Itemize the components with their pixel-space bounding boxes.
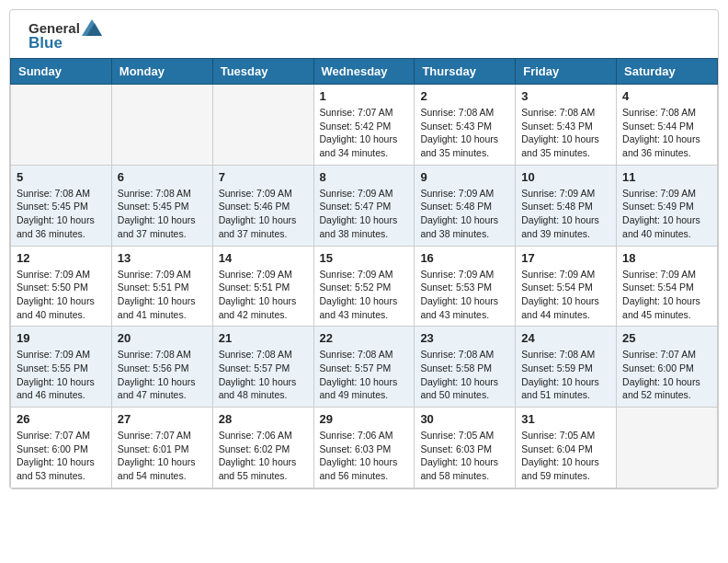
day-number: 13 xyxy=(118,251,207,265)
day-cell-8: 8Sunrise: 7:09 AMSunset: 5:47 PMDaylight… xyxy=(313,165,415,246)
day-info: Sunrise: 7:09 AMSunset: 5:53 PMDaylight:… xyxy=(420,268,509,322)
weekday-header-sunday: Sunday xyxy=(11,59,112,85)
day-cell-6: 6Sunrise: 7:08 AMSunset: 5:45 PMDaylight… xyxy=(111,165,212,246)
day-number: 8 xyxy=(320,170,409,184)
logo-blue-text: Blue xyxy=(28,34,63,52)
weekday-header-row: SundayMondayTuesdayWednesdayThursdayFrid… xyxy=(11,59,718,85)
day-number: 5 xyxy=(17,170,106,184)
day-cell-26: 26Sunrise: 7:07 AMSunset: 6:00 PMDayligh… xyxy=(11,408,112,488)
weekday-header-wednesday: Wednesday xyxy=(313,59,415,85)
day-info: Sunrise: 7:05 AMSunset: 6:04 PMDaylight:… xyxy=(521,429,610,483)
day-number: 28 xyxy=(219,412,308,426)
empty-cell xyxy=(617,408,718,488)
calendar-table: SundayMondayTuesdayWednesdayThursdayFrid… xyxy=(10,58,718,488)
day-info: Sunrise: 7:09 AMSunset: 5:54 PMDaylight:… xyxy=(521,268,610,322)
day-info: Sunrise: 7:08 AMSunset: 5:44 PMDaylight:… xyxy=(622,106,711,160)
day-cell-20: 20Sunrise: 7:08 AMSunset: 5:56 PMDayligh… xyxy=(111,327,212,408)
day-info: Sunrise: 7:07 AMSunset: 6:00 PMDaylight:… xyxy=(17,429,106,483)
day-cell-10: 10Sunrise: 7:09 AMSunset: 5:48 PMDayligh… xyxy=(516,165,617,246)
day-cell-12: 12Sunrise: 7:09 AMSunset: 5:50 PMDayligh… xyxy=(11,246,112,327)
logo-general-text: General xyxy=(28,20,80,36)
day-info: Sunrise: 7:08 AMSunset: 5:57 PMDaylight:… xyxy=(320,348,409,402)
header: General Blue xyxy=(10,10,718,58)
day-info: Sunrise: 7:09 AMSunset: 5:48 PMDaylight:… xyxy=(420,187,509,241)
day-number: 2 xyxy=(420,89,509,103)
weekday-header-monday: Monday xyxy=(111,59,212,85)
day-cell-14: 14Sunrise: 7:09 AMSunset: 5:51 PMDayligh… xyxy=(212,246,313,327)
day-info: Sunrise: 7:05 AMSunset: 6:03 PMDaylight:… xyxy=(420,429,509,483)
day-number: 18 xyxy=(622,251,711,265)
day-cell-16: 16Sunrise: 7:09 AMSunset: 5:53 PMDayligh… xyxy=(415,246,516,327)
day-cell-30: 30Sunrise: 7:05 AMSunset: 6:03 PMDayligh… xyxy=(415,408,516,488)
day-cell-11: 11Sunrise: 7:09 AMSunset: 5:49 PMDayligh… xyxy=(617,165,718,246)
day-info: Sunrise: 7:08 AMSunset: 5:45 PMDaylight:… xyxy=(118,187,207,241)
weekday-header-friday: Friday xyxy=(516,59,617,85)
day-info: Sunrise: 7:08 AMSunset: 5:43 PMDaylight:… xyxy=(420,106,509,160)
weekday-header-saturday: Saturday xyxy=(617,59,718,85)
day-info: Sunrise: 7:09 AMSunset: 5:49 PMDaylight:… xyxy=(622,187,711,241)
day-number: 17 xyxy=(521,251,610,265)
day-cell-4: 4Sunrise: 7:08 AMSunset: 5:44 PMDaylight… xyxy=(617,85,718,166)
day-number: 19 xyxy=(17,331,106,345)
day-info: Sunrise: 7:08 AMSunset: 5:45 PMDaylight:… xyxy=(17,187,106,241)
week-row-2: 5Sunrise: 7:08 AMSunset: 5:45 PMDaylight… xyxy=(11,165,718,246)
day-number: 12 xyxy=(17,251,106,265)
day-info: Sunrise: 7:09 AMSunset: 5:55 PMDaylight:… xyxy=(17,348,106,402)
day-number: 31 xyxy=(521,412,610,426)
logo: General Blue xyxy=(28,19,102,52)
day-info: Sunrise: 7:08 AMSunset: 5:58 PMDaylight:… xyxy=(420,348,509,402)
day-info: Sunrise: 7:09 AMSunset: 5:54 PMDaylight:… xyxy=(622,268,711,322)
day-info: Sunrise: 7:07 AMSunset: 6:00 PMDaylight:… xyxy=(622,348,711,402)
day-number: 29 xyxy=(320,412,409,426)
day-number: 27 xyxy=(118,412,207,426)
day-info: Sunrise: 7:09 AMSunset: 5:51 PMDaylight:… xyxy=(118,268,207,322)
day-cell-21: 21Sunrise: 7:08 AMSunset: 5:57 PMDayligh… xyxy=(212,327,313,408)
week-row-1: 1Sunrise: 7:07 AMSunset: 5:42 PMDaylight… xyxy=(11,85,718,166)
calendar-container: General Blue SundayMondayTuesdayWednesda… xyxy=(9,9,719,489)
week-row-4: 19Sunrise: 7:09 AMSunset: 5:55 PMDayligh… xyxy=(11,327,718,408)
day-number: 10 xyxy=(521,170,610,184)
day-number: 14 xyxy=(219,251,308,265)
empty-cell xyxy=(11,85,112,166)
day-number: 4 xyxy=(622,89,711,103)
day-cell-13: 13Sunrise: 7:09 AMSunset: 5:51 PMDayligh… xyxy=(111,246,212,327)
day-cell-17: 17Sunrise: 7:09 AMSunset: 5:54 PMDayligh… xyxy=(516,246,617,327)
day-number: 11 xyxy=(622,170,711,184)
day-cell-18: 18Sunrise: 7:09 AMSunset: 5:54 PMDayligh… xyxy=(617,246,718,327)
day-info: Sunrise: 7:08 AMSunset: 5:57 PMDaylight:… xyxy=(219,348,308,402)
day-cell-23: 23Sunrise: 7:08 AMSunset: 5:58 PMDayligh… xyxy=(415,327,516,408)
day-number: 7 xyxy=(219,170,308,184)
day-cell-3: 3Sunrise: 7:08 AMSunset: 5:43 PMDaylight… xyxy=(516,85,617,166)
day-info: Sunrise: 7:09 AMSunset: 5:47 PMDaylight:… xyxy=(320,187,409,241)
day-info: Sunrise: 7:08 AMSunset: 5:56 PMDaylight:… xyxy=(118,348,207,402)
day-number: 23 xyxy=(420,331,509,345)
day-cell-29: 29Sunrise: 7:06 AMSunset: 6:03 PMDayligh… xyxy=(313,408,415,488)
day-cell-31: 31Sunrise: 7:05 AMSunset: 6:04 PMDayligh… xyxy=(516,408,617,488)
day-cell-2: 2Sunrise: 7:08 AMSunset: 5:43 PMDaylight… xyxy=(415,85,516,166)
day-number: 1 xyxy=(320,89,409,103)
day-number: 16 xyxy=(420,251,509,265)
day-cell-15: 15Sunrise: 7:09 AMSunset: 5:52 PMDayligh… xyxy=(313,246,415,327)
day-number: 30 xyxy=(420,412,509,426)
day-cell-7: 7Sunrise: 7:09 AMSunset: 5:46 PMDaylight… xyxy=(212,165,313,246)
day-cell-22: 22Sunrise: 7:08 AMSunset: 5:57 PMDayligh… xyxy=(313,327,415,408)
day-info: Sunrise: 7:07 AMSunset: 6:01 PMDaylight:… xyxy=(118,429,207,483)
day-number: 24 xyxy=(521,331,610,345)
day-cell-27: 27Sunrise: 7:07 AMSunset: 6:01 PMDayligh… xyxy=(111,408,212,488)
day-number: 15 xyxy=(320,251,409,265)
day-number: 21 xyxy=(219,331,308,345)
day-info: Sunrise: 7:09 AMSunset: 5:50 PMDaylight:… xyxy=(17,268,106,322)
day-cell-5: 5Sunrise: 7:08 AMSunset: 5:45 PMDaylight… xyxy=(11,165,112,246)
day-number: 6 xyxy=(118,170,207,184)
day-info: Sunrise: 7:06 AMSunset: 6:02 PMDaylight:… xyxy=(219,429,308,483)
day-info: Sunrise: 7:09 AMSunset: 5:51 PMDaylight:… xyxy=(219,268,308,322)
day-number: 25 xyxy=(622,331,711,345)
empty-cell xyxy=(212,85,313,166)
day-info: Sunrise: 7:09 AMSunset: 5:46 PMDaylight:… xyxy=(219,187,308,241)
day-info: Sunrise: 7:08 AMSunset: 5:43 PMDaylight:… xyxy=(521,106,610,160)
day-cell-1: 1Sunrise: 7:07 AMSunset: 5:42 PMDaylight… xyxy=(313,85,415,166)
weekday-header-tuesday: Tuesday xyxy=(212,59,313,85)
day-info: Sunrise: 7:06 AMSunset: 6:03 PMDaylight:… xyxy=(320,429,409,483)
day-info: Sunrise: 7:09 AMSunset: 5:48 PMDaylight:… xyxy=(521,187,610,241)
day-cell-9: 9Sunrise: 7:09 AMSunset: 5:48 PMDaylight… xyxy=(415,165,516,246)
